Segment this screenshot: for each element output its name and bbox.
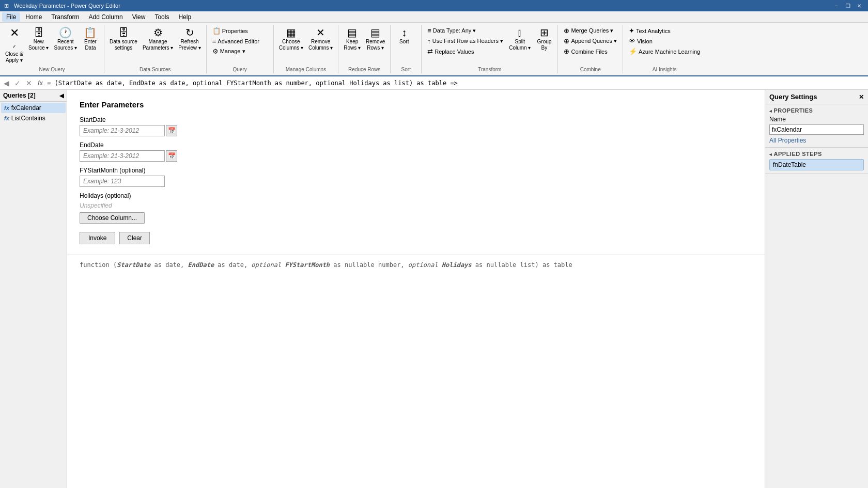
enddate-input[interactable] bbox=[80, 150, 165, 162]
combine-files-icon: ⊕ bbox=[564, 48, 569, 55]
startdate-calendar-button[interactable]: 📅 bbox=[166, 125, 177, 136]
choose-column-button[interactable]: Choose Column... bbox=[80, 212, 145, 224]
menu-transform[interactable]: Transform bbox=[47, 12, 83, 22]
all-properties-link[interactable]: All Properties bbox=[769, 137, 806, 144]
vision-button[interactable]: 👁 Vision bbox=[626, 36, 703, 46]
combine-label: Combine bbox=[561, 65, 619, 72]
append-queries-button[interactable]: ⊕ Append Queries ▾ bbox=[561, 36, 619, 46]
ai-insights-label: AI Insights bbox=[626, 65, 703, 72]
params-form: Enter Parameters StartDate 📅 EndDate 📅 bbox=[67, 90, 765, 255]
group-by-button[interactable]: ⊞ GroupBy bbox=[534, 26, 554, 53]
center-content: Enter Parameters StartDate 📅 EndDate 📅 bbox=[67, 90, 765, 488]
refresh-preview-icon: ↻ bbox=[185, 27, 194, 38]
startdate-label: StartDate bbox=[80, 116, 752, 123]
menu-file[interactable]: File bbox=[2, 12, 20, 22]
manage-parameters-button[interactable]: ⚙ ManageParameters ▾ bbox=[141, 26, 175, 53]
properties-button[interactable]: 📋 Properties bbox=[210, 26, 262, 36]
merge-queries-button[interactable]: ⊕ Merge Queries ▾ bbox=[561, 26, 619, 36]
keep-rows-icon: ▤ bbox=[347, 27, 357, 38]
fxcalendar-label: fxCalendar bbox=[11, 104, 41, 112]
sort-button[interactable]: ↕ Sort bbox=[394, 26, 414, 46]
main-area: Queries [2] ◀ fx fxCalendar fx ListConta… bbox=[0, 90, 868, 488]
menu-tools[interactable]: Tools bbox=[150, 12, 173, 22]
ribbon-content: ✕✓ Close &Apply ▾ 🗄 NewSource ▾ 🕐 Recent… bbox=[0, 23, 868, 75]
query-name-input[interactable] bbox=[769, 124, 864, 135]
remove-rows-button[interactable]: ▤ RemoveRows ▾ bbox=[364, 26, 387, 53]
ribbon-group-manage-columns: ▦ ChooseColumns ▾ ✕ RemoveColumns ▾ Mana… bbox=[274, 25, 339, 73]
sort-icon: ↕ bbox=[401, 27, 407, 38]
applied-steps-title: APPLIED STEPS bbox=[769, 151, 864, 157]
step-item-fndatetable[interactable]: fnDateTable bbox=[769, 159, 864, 170]
close-apply-button[interactable]: ✕✓ Close &Apply ▾ bbox=[3, 26, 25, 65]
replace-values-button[interactable]: ⇄ Replace Values bbox=[425, 46, 506, 56]
formula-input[interactable] bbox=[47, 80, 866, 87]
advanced-editor-icon: ≡ bbox=[212, 37, 216, 45]
holidays-label: Holidays (optional) bbox=[80, 192, 752, 199]
manage-icon: ⚙ bbox=[212, 48, 219, 55]
queries-header: Queries [2] ◀ bbox=[0, 90, 67, 102]
sort-label: Sort bbox=[394, 65, 418, 72]
recent-sources-button[interactable]: 🕐 RecentSources ▾ bbox=[52, 26, 79, 53]
restore-button[interactable]: ❐ bbox=[843, 2, 853, 9]
split-column-icon: ⫿ bbox=[517, 27, 522, 38]
close-button[interactable]: ✕ bbox=[855, 2, 864, 9]
text-analytics-button[interactable]: ✦ Text Analytics bbox=[626, 26, 703, 36]
combine-files-button[interactable]: ⊕ Combine Files bbox=[561, 46, 619, 56]
queries-panel: Queries [2] ◀ fx fxCalendar fx ListConta… bbox=[0, 90, 67, 488]
keep-rows-button[interactable]: ▤ KeepRows ▾ bbox=[342, 26, 363, 53]
split-column-button[interactable]: ⫿ SplitColumn ▾ bbox=[507, 26, 533, 53]
advanced-editor-button[interactable]: ≡ Advanced Editor bbox=[210, 36, 262, 46]
menu-bar: File Home Transform Add Column View Tool… bbox=[0, 11, 868, 23]
fystartmonth-input[interactable] bbox=[80, 176, 165, 187]
query-item-fxcalendar[interactable]: fx fxCalendar bbox=[1, 103, 66, 113]
formula-back-button[interactable]: ◀ bbox=[2, 79, 11, 87]
transform-label: Transform bbox=[425, 65, 554, 72]
holidays-unspecified: Unspecified bbox=[80, 201, 112, 210]
new-source-button[interactable]: 🗄 NewSource ▾ bbox=[26, 26, 51, 53]
ribbon-group-data-sources: 🗄 Data sourcesettings ⚙ ManageParameters… bbox=[104, 25, 207, 73]
queries-list: fx fxCalendar fx ListContains bbox=[0, 102, 67, 488]
query-label: Query bbox=[210, 65, 270, 72]
enddate-calendar-button[interactable]: 📅 bbox=[166, 150, 177, 162]
minimize-button[interactable]: − bbox=[832, 2, 841, 9]
menu-home[interactable]: Home bbox=[21, 12, 46, 22]
invoke-button[interactable]: Invoke bbox=[80, 232, 115, 244]
remove-rows-icon: ▤ bbox=[370, 27, 380, 38]
name-label: Name bbox=[769, 116, 864, 123]
manage-parameters-icon: ⚙ bbox=[153, 27, 163, 38]
app-icon: ⊞ bbox=[4, 3, 9, 9]
replace-values-icon: ⇄ bbox=[427, 48, 433, 55]
query-item-listcontains[interactable]: fx ListContains bbox=[1, 113, 66, 123]
use-first-row-button[interactable]: ↑ Use First Row as Headers ▾ bbox=[425, 36, 506, 46]
enter-data-icon: 📋 bbox=[84, 27, 97, 38]
enter-data-button[interactable]: 📋 EnterData bbox=[80, 26, 101, 53]
data-type-button[interactable]: ≡ Data Type: Any ▾ bbox=[425, 26, 506, 36]
title-bar: ⊞ Weekday Parameter - Power Query Editor… bbox=[0, 0, 868, 11]
right-panel-header: Query Settings ✕ bbox=[765, 90, 868, 104]
properties-section-title: PROPERTIES bbox=[769, 107, 864, 114]
data-source-settings-button[interactable]: 🗄 Data sourcesettings bbox=[107, 26, 140, 53]
remove-columns-button[interactable]: ✕ RemoveColumns ▾ bbox=[306, 26, 335, 53]
fystartmonth-label: FYStartMonth (optional) bbox=[80, 167, 752, 174]
azure-ml-button[interactable]: ⚡ Azure Machine Learning bbox=[626, 46, 703, 56]
formula-check-button[interactable]: ✓ bbox=[13, 79, 22, 87]
menu-add-column[interactable]: Add Column bbox=[85, 12, 127, 22]
queries-title: Queries [2] bbox=[3, 92, 36, 99]
manage-button[interactable]: ⚙ Manage ▾ bbox=[210, 46, 262, 56]
properties-icon: 📋 bbox=[212, 27, 221, 35]
enddate-label: EndDate bbox=[80, 141, 752, 149]
new-source-icon: 🗄 bbox=[34, 27, 44, 38]
right-panel-close-icon[interactable]: ✕ bbox=[859, 93, 864, 101]
queries-collapse-icon[interactable]: ◀ bbox=[59, 92, 64, 99]
fystartmonth-group: FYStartMonth (optional) bbox=[80, 167, 752, 187]
text-analytics-icon: ✦ bbox=[629, 27, 634, 35]
data-sources-label: Data Sources bbox=[107, 65, 203, 72]
menu-view[interactable]: View bbox=[128, 12, 150, 22]
refresh-preview-button[interactable]: ↻ RefreshPreview ▾ bbox=[176, 26, 203, 53]
menu-help[interactable]: Help bbox=[174, 12, 195, 22]
formula-cancel-button[interactable]: ✕ bbox=[24, 79, 34, 87]
clear-button[interactable]: Clear bbox=[119, 232, 150, 244]
listcontains-label: ListContains bbox=[11, 115, 45, 122]
startdate-input[interactable] bbox=[80, 125, 165, 136]
choose-columns-button[interactable]: ▦ ChooseColumns ▾ bbox=[277, 26, 305, 53]
